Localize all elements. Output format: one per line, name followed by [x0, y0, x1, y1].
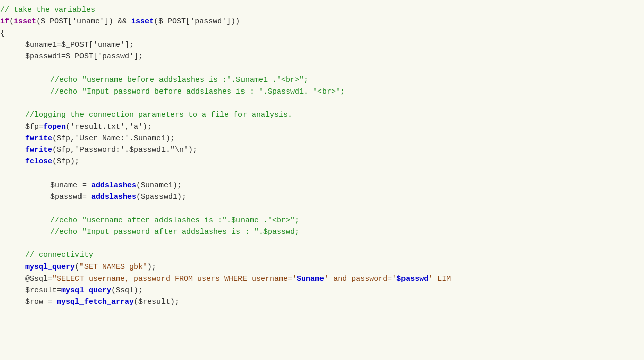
code-line-7: //echo "username before addslashes is :"…	[0, 74, 644, 86]
code-line-16: $uname = addslashes($uname1);	[0, 179, 644, 191]
code-line-17: $passwd= addslashes($passwd1);	[0, 191, 644, 203]
code-line-18	[0, 203, 644, 214]
code-viewer: // take the variables if(isset($_POST['u…	[0, 0, 644, 360]
code-line-2: if(isset($_POST['uname']) && isset($_POS…	[0, 16, 644, 27]
code-line-23: mysql_query("SET NAMES gbk");	[0, 261, 644, 273]
code-line-11: $fp=fopen('result.txt','a');	[0, 121, 644, 133]
code-line-13: fwrite($fp,'Password:'.$passwd1."\n");	[0, 144, 644, 156]
code-line-4: $uname1=$_POST['uname'];	[0, 39, 644, 51]
code-line-10: //logging the connection parameters to a…	[0, 109, 644, 121]
code-line-6	[0, 62, 644, 74]
code-line-8: //echo "Input password before addslashes…	[0, 86, 644, 98]
code-line-3: {	[0, 28, 644, 39]
code-line-5: $passwd1=$_POST['passwd'];	[0, 51, 644, 62]
code-line-12: fwrite($fp,'User Name:'.$uname1);	[0, 133, 644, 144]
code-line-15	[0, 168, 644, 179]
code-line-14: fclose($fp);	[0, 156, 644, 167]
code-line-1: // take the variables	[0, 4, 644, 16]
code-line-20: //echo "Input password after addslashes …	[0, 226, 644, 238]
code-line-19: //echo "username after addslashes is :".…	[0, 215, 644, 226]
code-line-9	[0, 98, 644, 109]
code-line-22: // connectivity	[0, 249, 644, 261]
code-line-24: @$sql="SELECT username, password FROM us…	[0, 273, 644, 285]
code-line-21	[0, 238, 644, 249]
code-line-27	[0, 308, 644, 320]
code-line-25: $result=mysql_query($sql);	[0, 285, 644, 296]
code-line-26: $row = mysql_fetch_array($result);	[0, 296, 644, 308]
